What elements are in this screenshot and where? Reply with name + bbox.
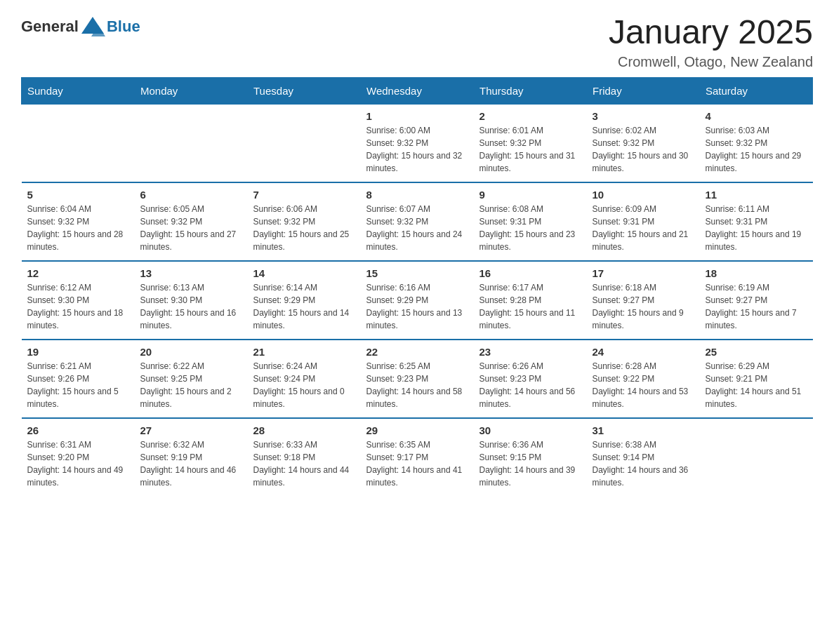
- day-info: Sunrise: 6:14 AMSunset: 9:29 PMDaylight:…: [253, 281, 355, 332]
- day-info: Sunrise: 6:21 AMSunset: 9:26 PMDaylight:…: [27, 360, 129, 410]
- day-info: Sunrise: 6:35 AMSunset: 9:17 PMDaylight:…: [366, 438, 468, 489]
- day-info: Sunrise: 6:02 AMSunset: 9:32 PMDaylight:…: [593, 124, 694, 175]
- page-header: General Blue January 2025 Cromwell, Otag…: [21, 14, 813, 70]
- day-number: 24: [593, 346, 694, 358]
- day-number: 16: [479, 267, 581, 279]
- day-number: 7: [253, 189, 355, 201]
- calendar-cell: 15Sunrise: 6:16 AMSunset: 9:29 PMDayligh…: [361, 261, 474, 340]
- logo-general-text: General: [21, 18, 79, 36]
- calendar-cell: 5Sunrise: 6:04 AMSunset: 9:32 PMDaylight…: [22, 182, 135, 261]
- day-info: Sunrise: 6:32 AMSunset: 9:19 PMDaylight:…: [140, 438, 242, 489]
- calendar-week-row: 1Sunrise: 6:00 AMSunset: 9:32 PMDaylight…: [22, 104, 813, 182]
- day-info: Sunrise: 6:33 AMSunset: 9:18 PMDaylight:…: [253, 438, 355, 489]
- day-number: 2: [479, 110, 581, 122]
- day-number: 22: [366, 346, 468, 358]
- calendar-cell: 22Sunrise: 6:25 AMSunset: 9:23 PMDayligh…: [361, 340, 474, 418]
- day-number: 31: [593, 424, 694, 436]
- logo-blue-text: Blue: [107, 18, 140, 36]
- day-info: Sunrise: 6:28 AMSunset: 9:22 PMDaylight:…: [593, 360, 694, 410]
- calendar-header-thursday: Thursday: [474, 77, 587, 104]
- day-number: 25: [706, 346, 807, 358]
- calendar-cell: [700, 418, 813, 496]
- day-number: 12: [27, 267, 129, 279]
- calendar-header-wednesday: Wednesday: [361, 77, 474, 104]
- calendar-cell: 1Sunrise: 6:00 AMSunset: 9:32 PMDaylight…: [361, 104, 474, 182]
- day-info: Sunrise: 6:11 AMSunset: 9:31 PMDaylight:…: [706, 203, 807, 253]
- day-info: Sunrise: 6:25 AMSunset: 9:23 PMDaylight:…: [366, 360, 468, 410]
- calendar-week-row: 5Sunrise: 6:04 AMSunset: 9:32 PMDaylight…: [22, 182, 813, 261]
- day-number: 15: [366, 267, 468, 279]
- calendar-cell: 29Sunrise: 6:35 AMSunset: 9:17 PMDayligh…: [361, 418, 474, 496]
- day-info: Sunrise: 6:05 AMSunset: 9:32 PMDaylight:…: [140, 203, 242, 253]
- calendar-header-tuesday: Tuesday: [248, 77, 361, 104]
- page-subtitle: Cromwell, Otago, New Zealand: [609, 54, 813, 70]
- calendar-cell: 20Sunrise: 6:22 AMSunset: 9:25 PMDayligh…: [135, 340, 248, 418]
- day-number: 14: [253, 267, 355, 279]
- calendar-cell: 6Sunrise: 6:05 AMSunset: 9:32 PMDaylight…: [135, 182, 248, 261]
- calendar-cell: 8Sunrise: 6:07 AMSunset: 9:32 PMDaylight…: [361, 182, 474, 261]
- calendar-cell: [22, 104, 135, 182]
- day-info: Sunrise: 6:12 AMSunset: 9:30 PMDaylight:…: [27, 281, 129, 332]
- day-info: Sunrise: 6:09 AMSunset: 9:31 PMDaylight:…: [593, 203, 694, 253]
- day-number: 17: [593, 267, 694, 279]
- page-title: January 2025: [609, 14, 813, 51]
- logo[interactable]: General Blue: [21, 14, 140, 39]
- day-number: 30: [479, 424, 581, 436]
- day-number: 18: [706, 267, 807, 279]
- day-number: 5: [27, 189, 129, 201]
- day-number: 26: [27, 424, 129, 436]
- calendar-cell: 3Sunrise: 6:02 AMSunset: 9:32 PMDaylight…: [587, 104, 700, 182]
- day-info: Sunrise: 6:22 AMSunset: 9:25 PMDaylight:…: [140, 360, 242, 410]
- day-number: 3: [593, 110, 694, 122]
- day-info: Sunrise: 6:38 AMSunset: 9:14 PMDaylight:…: [593, 438, 694, 489]
- day-number: 19: [27, 346, 129, 358]
- calendar-cell: [135, 104, 248, 182]
- calendar-cell: 19Sunrise: 6:21 AMSunset: 9:26 PMDayligh…: [22, 340, 135, 418]
- day-info: Sunrise: 6:18 AMSunset: 9:27 PMDaylight:…: [593, 281, 694, 332]
- calendar-cell: 24Sunrise: 6:28 AMSunset: 9:22 PMDayligh…: [587, 340, 700, 418]
- day-number: 8: [366, 189, 468, 201]
- day-info: Sunrise: 6:31 AMSunset: 9:20 PMDaylight:…: [27, 438, 129, 489]
- day-number: 13: [140, 267, 242, 279]
- calendar-cell: 4Sunrise: 6:03 AMSunset: 9:32 PMDaylight…: [700, 104, 813, 182]
- day-info: Sunrise: 6:26 AMSunset: 9:23 PMDaylight:…: [479, 360, 581, 410]
- day-number: 27: [140, 424, 242, 436]
- logo-icon: [80, 14, 105, 39]
- day-number: 1: [366, 110, 468, 122]
- calendar-header-friday: Friday: [587, 77, 700, 104]
- calendar-cell: 25Sunrise: 6:29 AMSunset: 9:21 PMDayligh…: [700, 340, 813, 418]
- calendar-header-saturday: Saturday: [700, 77, 813, 104]
- day-info: Sunrise: 6:16 AMSunset: 9:29 PMDaylight:…: [366, 281, 468, 332]
- calendar-cell: 13Sunrise: 6:13 AMSunset: 9:30 PMDayligh…: [135, 261, 248, 340]
- day-info: Sunrise: 6:07 AMSunset: 9:32 PMDaylight:…: [366, 203, 468, 253]
- calendar-header-sunday: Sunday: [22, 77, 135, 104]
- calendar-cell: 16Sunrise: 6:17 AMSunset: 9:28 PMDayligh…: [474, 261, 587, 340]
- calendar-week-row: 19Sunrise: 6:21 AMSunset: 9:26 PMDayligh…: [22, 340, 813, 418]
- calendar-cell: 10Sunrise: 6:09 AMSunset: 9:31 PMDayligh…: [587, 182, 700, 261]
- day-info: Sunrise: 6:29 AMSunset: 9:21 PMDaylight:…: [706, 360, 807, 410]
- calendar-week-row: 26Sunrise: 6:31 AMSunset: 9:20 PMDayligh…: [22, 418, 813, 496]
- day-info: Sunrise: 6:24 AMSunset: 9:24 PMDaylight:…: [253, 360, 355, 410]
- day-info: Sunrise: 6:36 AMSunset: 9:15 PMDaylight:…: [479, 438, 581, 489]
- calendar-header-monday: Monday: [135, 77, 248, 104]
- calendar-cell: 26Sunrise: 6:31 AMSunset: 9:20 PMDayligh…: [22, 418, 135, 496]
- day-info: Sunrise: 6:17 AMSunset: 9:28 PMDaylight:…: [479, 281, 581, 332]
- calendar-header-row: SundayMondayTuesdayWednesdayThursdayFrid…: [22, 77, 813, 104]
- day-number: 11: [706, 189, 807, 201]
- day-info: Sunrise: 6:00 AMSunset: 9:32 PMDaylight:…: [366, 124, 468, 175]
- calendar-cell: 2Sunrise: 6:01 AMSunset: 9:32 PMDaylight…: [474, 104, 587, 182]
- calendar-cell: 27Sunrise: 6:32 AMSunset: 9:19 PMDayligh…: [135, 418, 248, 496]
- day-number: 20: [140, 346, 242, 358]
- calendar-cell: [248, 104, 361, 182]
- day-number: 6: [140, 189, 242, 201]
- calendar-cell: 9Sunrise: 6:08 AMSunset: 9:31 PMDaylight…: [474, 182, 587, 261]
- day-number: 9: [479, 189, 581, 201]
- day-number: 29: [366, 424, 468, 436]
- day-info: Sunrise: 6:06 AMSunset: 9:32 PMDaylight:…: [253, 203, 355, 253]
- calendar-table: SundayMondayTuesdayWednesdayThursdayFrid…: [21, 77, 813, 496]
- day-number: 21: [253, 346, 355, 358]
- calendar-cell: 28Sunrise: 6:33 AMSunset: 9:18 PMDayligh…: [248, 418, 361, 496]
- day-info: Sunrise: 6:01 AMSunset: 9:32 PMDaylight:…: [479, 124, 581, 175]
- calendar-cell: 30Sunrise: 6:36 AMSunset: 9:15 PMDayligh…: [474, 418, 587, 496]
- calendar-cell: 17Sunrise: 6:18 AMSunset: 9:27 PMDayligh…: [587, 261, 700, 340]
